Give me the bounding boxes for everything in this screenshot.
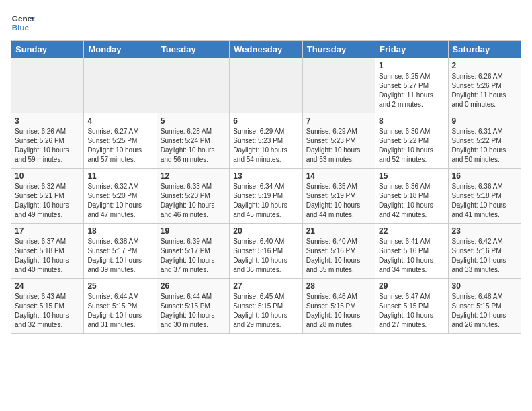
day-info: Sunrise: 6:44 AM Sunset: 5:15 PM Dayligh… bbox=[161, 292, 226, 330]
calendar-cell: 18Sunrise: 6:38 AM Sunset: 5:17 PM Dayli… bbox=[84, 224, 157, 279]
day-info: Sunrise: 6:26 AM Sunset: 5:26 PM Dayligh… bbox=[452, 72, 517, 109]
calendar-cell: 1Sunrise: 6:25 AM Sunset: 5:27 PM Daylig… bbox=[375, 58, 448, 113]
day-info: Sunrise: 6:48 AM Sunset: 5:15 PM Dayligh… bbox=[452, 292, 517, 330]
calendar-cell: 15Sunrise: 6:36 AM Sunset: 5:18 PM Dayli… bbox=[375, 169, 448, 224]
day-number: 21 bbox=[306, 226, 371, 236]
day-info: Sunrise: 6:41 AM Sunset: 5:16 PM Dayligh… bbox=[379, 237, 444, 275]
day-number: 6 bbox=[233, 116, 298, 126]
day-number: 14 bbox=[306, 171, 371, 181]
day-info: Sunrise: 6:36 AM Sunset: 5:18 PM Dayligh… bbox=[379, 182, 444, 220]
day-number: 16 bbox=[452, 171, 517, 181]
calendar-table: SundayMondayTuesdayWednesdayThursdayFrid… bbox=[11, 40, 521, 334]
day-number: 9 bbox=[452, 116, 517, 126]
svg-text:Blue: Blue bbox=[12, 23, 30, 32]
day-info: Sunrise: 6:32 AM Sunset: 5:21 PM Dayligh… bbox=[15, 182, 80, 220]
day-info: Sunrise: 6:40 AM Sunset: 5:16 PM Dayligh… bbox=[233, 237, 298, 275]
logo-icon: General Blue bbox=[11, 11, 35, 35]
day-header-monday: Monday bbox=[84, 41, 157, 58]
day-info: Sunrise: 6:33 AM Sunset: 5:20 PM Dayligh… bbox=[161, 182, 226, 220]
calendar-cell bbox=[157, 58, 229, 113]
day-number: 8 bbox=[379, 116, 444, 126]
calendar-cell: 19Sunrise: 6:39 AM Sunset: 5:17 PM Dayli… bbox=[157, 224, 229, 279]
calendar-cell: 20Sunrise: 6:40 AM Sunset: 5:16 PM Dayli… bbox=[230, 224, 302, 279]
calendar-cell: 29Sunrise: 6:47 AM Sunset: 5:15 PM Dayli… bbox=[375, 279, 448, 334]
calendar-cell: 5Sunrise: 6:28 AM Sunset: 5:24 PM Daylig… bbox=[157, 113, 229, 169]
calendar-cell: 4Sunrise: 6:27 AM Sunset: 5:25 PM Daylig… bbox=[84, 113, 157, 169]
week-row-2: 3Sunrise: 6:26 AM Sunset: 5:26 PM Daylig… bbox=[11, 113, 521, 169]
day-number: 1 bbox=[379, 61, 444, 71]
day-info: Sunrise: 6:42 AM Sunset: 5:16 PM Dayligh… bbox=[452, 237, 517, 275]
calendar-cell bbox=[11, 58, 84, 113]
day-number: 2 bbox=[452, 61, 517, 71]
calendar-cell: 10Sunrise: 6:32 AM Sunset: 5:21 PM Dayli… bbox=[11, 169, 84, 224]
day-header-thursday: Thursday bbox=[302, 41, 375, 58]
day-info: Sunrise: 6:29 AM Sunset: 5:23 PM Dayligh… bbox=[306, 127, 371, 165]
day-number: 28 bbox=[306, 281, 371, 291]
day-info: Sunrise: 6:25 AM Sunset: 5:27 PM Dayligh… bbox=[379, 72, 444, 109]
day-number: 24 bbox=[15, 281, 80, 291]
day-info: Sunrise: 6:47 AM Sunset: 5:15 PM Dayligh… bbox=[379, 292, 444, 330]
day-number: 19 bbox=[161, 226, 226, 236]
week-row-1: 1Sunrise: 6:25 AM Sunset: 5:27 PM Daylig… bbox=[11, 58, 521, 113]
day-info: Sunrise: 6:45 AM Sunset: 5:15 PM Dayligh… bbox=[233, 292, 298, 330]
day-number: 18 bbox=[87, 226, 152, 236]
day-info: Sunrise: 6:46 AM Sunset: 5:15 PM Dayligh… bbox=[306, 292, 371, 330]
day-number: 10 bbox=[15, 171, 80, 181]
calendar-cell bbox=[302, 58, 375, 113]
day-header-tuesday: Tuesday bbox=[157, 41, 229, 58]
calendar-cell: 11Sunrise: 6:32 AM Sunset: 5:20 PM Dayli… bbox=[84, 169, 157, 224]
day-number: 29 bbox=[379, 281, 444, 291]
calendar-cell bbox=[84, 58, 157, 113]
day-number: 22 bbox=[379, 226, 444, 236]
logo: General Blue bbox=[11, 11, 35, 35]
calendar-cell: 21Sunrise: 6:40 AM Sunset: 5:16 PM Dayli… bbox=[302, 224, 375, 279]
day-number: 7 bbox=[306, 116, 371, 126]
day-number: 3 bbox=[15, 116, 80, 126]
page-header: General Blue bbox=[11, 11, 521, 35]
day-number: 11 bbox=[87, 171, 152, 181]
calendar-cell bbox=[230, 58, 302, 113]
day-number: 20 bbox=[233, 226, 298, 236]
calendar-cell: 24Sunrise: 6:43 AM Sunset: 5:15 PM Dayli… bbox=[11, 279, 84, 334]
calendar-cell: 23Sunrise: 6:42 AM Sunset: 5:16 PM Dayli… bbox=[448, 224, 521, 279]
week-row-3: 10Sunrise: 6:32 AM Sunset: 5:21 PM Dayli… bbox=[11, 169, 521, 224]
calendar-cell: 25Sunrise: 6:44 AM Sunset: 5:15 PM Dayli… bbox=[84, 279, 157, 334]
day-number: 23 bbox=[452, 226, 517, 236]
day-info: Sunrise: 6:39 AM Sunset: 5:17 PM Dayligh… bbox=[161, 237, 226, 275]
day-number: 26 bbox=[161, 281, 226, 291]
calendar-cell: 16Sunrise: 6:36 AM Sunset: 5:18 PM Dayli… bbox=[448, 169, 521, 224]
calendar-cell: 3Sunrise: 6:26 AM Sunset: 5:26 PM Daylig… bbox=[11, 113, 84, 169]
day-info: Sunrise: 6:29 AM Sunset: 5:23 PM Dayligh… bbox=[233, 127, 298, 165]
week-row-4: 17Sunrise: 6:37 AM Sunset: 5:18 PM Dayli… bbox=[11, 224, 521, 279]
calendar-cell: 7Sunrise: 6:29 AM Sunset: 5:23 PM Daylig… bbox=[302, 113, 375, 169]
calendar-cell: 14Sunrise: 6:35 AM Sunset: 5:19 PM Dayli… bbox=[302, 169, 375, 224]
calendar-cell: 30Sunrise: 6:48 AM Sunset: 5:15 PM Dayli… bbox=[448, 279, 521, 334]
day-info: Sunrise: 6:36 AM Sunset: 5:18 PM Dayligh… bbox=[452, 182, 517, 220]
calendar-cell: 8Sunrise: 6:30 AM Sunset: 5:22 PM Daylig… bbox=[375, 113, 448, 169]
calendar-cell: 2Sunrise: 6:26 AM Sunset: 5:26 PM Daylig… bbox=[448, 58, 521, 113]
calendar-cell: 17Sunrise: 6:37 AM Sunset: 5:18 PM Dayli… bbox=[11, 224, 84, 279]
day-number: 4 bbox=[87, 116, 152, 126]
day-info: Sunrise: 6:35 AM Sunset: 5:19 PM Dayligh… bbox=[306, 182, 371, 220]
calendar-cell: 9Sunrise: 6:31 AM Sunset: 5:22 PM Daylig… bbox=[448, 113, 521, 169]
day-header-sunday: Sunday bbox=[11, 41, 84, 58]
day-header-friday: Friday bbox=[375, 41, 448, 58]
day-number: 15 bbox=[379, 171, 444, 181]
calendar-cell: 6Sunrise: 6:29 AM Sunset: 5:23 PM Daylig… bbox=[230, 113, 302, 169]
day-info: Sunrise: 6:40 AM Sunset: 5:16 PM Dayligh… bbox=[306, 237, 371, 275]
day-info: Sunrise: 6:32 AM Sunset: 5:20 PM Dayligh… bbox=[87, 182, 152, 220]
day-number: 25 bbox=[87, 281, 152, 291]
day-info: Sunrise: 6:30 AM Sunset: 5:22 PM Dayligh… bbox=[379, 127, 444, 165]
day-info: Sunrise: 6:37 AM Sunset: 5:18 PM Dayligh… bbox=[15, 237, 80, 275]
calendar-cell: 26Sunrise: 6:44 AM Sunset: 5:15 PM Dayli… bbox=[157, 279, 229, 334]
calendar-cell: 28Sunrise: 6:46 AM Sunset: 5:15 PM Dayli… bbox=[302, 279, 375, 334]
day-info: Sunrise: 6:28 AM Sunset: 5:24 PM Dayligh… bbox=[161, 127, 226, 165]
calendar-cell: 27Sunrise: 6:45 AM Sunset: 5:15 PM Dayli… bbox=[230, 279, 302, 334]
day-info: Sunrise: 6:44 AM Sunset: 5:15 PM Dayligh… bbox=[87, 292, 152, 330]
calendar-cell: 12Sunrise: 6:33 AM Sunset: 5:20 PM Dayli… bbox=[157, 169, 229, 224]
day-info: Sunrise: 6:38 AM Sunset: 5:17 PM Dayligh… bbox=[87, 237, 152, 275]
day-info: Sunrise: 6:27 AM Sunset: 5:25 PM Dayligh… bbox=[87, 127, 152, 165]
calendar-header-row: SundayMondayTuesdayWednesdayThursdayFrid… bbox=[11, 41, 521, 58]
day-header-wednesday: Wednesday bbox=[230, 41, 302, 58]
calendar-cell: 13Sunrise: 6:34 AM Sunset: 5:19 PM Dayli… bbox=[230, 169, 302, 224]
